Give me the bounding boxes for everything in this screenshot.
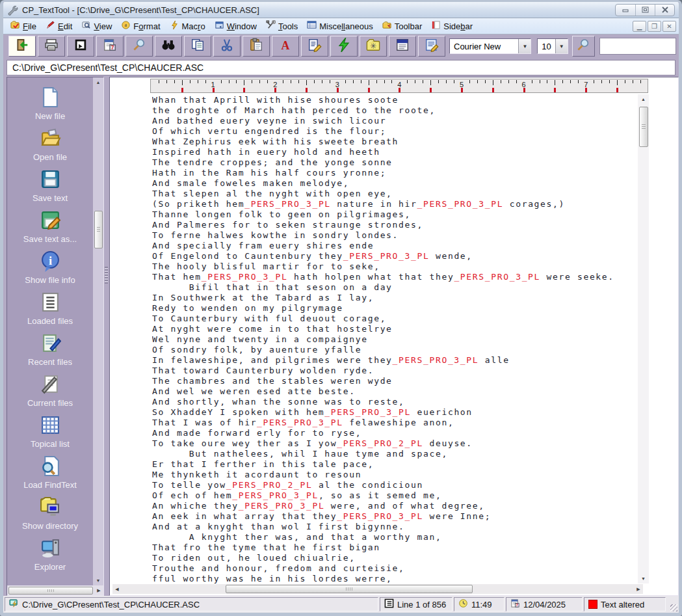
menu-tools[interactable]: Tools — [261, 19, 302, 33]
text-line: And specially fram euery shires ende — [152, 241, 639, 251]
print-button[interactable] — [38, 36, 65, 57]
text-line: The tendre croppes; and the yonge sonne — [152, 157, 639, 168]
scroll-down-icon[interactable]: ▼ — [94, 576, 103, 585]
copy-button[interactable] — [184, 36, 211, 57]
sidebar-item-show-directory[interactable]: Show directory — [7, 496, 93, 537]
svg-text:7: 7 — [111, 45, 114, 51]
menu-macro[interactable]: Macro — [165, 19, 210, 33]
search-button[interactable] — [125, 36, 153, 57]
document-text[interactable]: Whan that Aprill with hise shoures soote… — [152, 95, 639, 585]
sidebar-item-recent-files[interactable]: Recent files — [7, 332, 93, 373]
sb-saveas-icon — [40, 209, 61, 234]
editor-scroll-thumb[interactable] — [639, 107, 648, 147]
sidebar-item-new-file[interactable]: New file — [7, 87, 93, 127]
scroll-right-icon[interactable]: ▶ — [634, 584, 643, 594]
mdi-minimize-button[interactable]: ▁ — [633, 21, 646, 32]
search-input[interactable] — [599, 38, 676, 55]
menu-view-icon — [81, 20, 91, 32]
sidebar-item-current-files[interactable]: Current files — [7, 373, 93, 414]
sidebar-vertical-scrollbar[interactable]: ▲ ▼ — [93, 77, 103, 585]
sidebar-hscroll-thumb[interactable] — [8, 587, 93, 595]
text-line: And at a knyght than wol I first bigynne… — [152, 522, 639, 532]
status-line-info: Line 1 of 856 — [380, 597, 452, 611]
scroll-left-icon[interactable]: ◀ — [112, 584, 122, 594]
text-line: Inspired hath in euery hold and heeth — [152, 147, 639, 157]
find-button[interactable] — [155, 36, 182, 57]
new-window-button[interactable] — [67, 36, 94, 57]
sidebar-item-label: Save text as... — [23, 234, 77, 244]
font-size-select[interactable]: 10 ▼ — [537, 38, 568, 54]
sidebar-item-open-file[interactable]: Open file — [7, 127, 93, 168]
tab-stop-mark — [461, 88, 463, 92]
sb-save-icon — [40, 168, 61, 193]
text-editor[interactable]: 1234567 Whan that Aprill with hise shour… — [109, 77, 679, 596]
text-line: (So priketh hem_PERS_PRO_3_PL nature in … — [152, 199, 639, 209]
search-go-button[interactable] — [572, 36, 595, 57]
font-name-select[interactable]: Courier New ▼ — [449, 38, 531, 54]
sidebar-item-topical-list[interactable]: Topical list — [7, 414, 93, 455]
tb-folderstar-icon: ✳ — [366, 38, 380, 55]
tb-cut-icon — [220, 38, 234, 55]
sidebar-horizontal-scrollbar[interactable]: ▶ — [7, 585, 103, 595]
text-line: To riden out, he loued chiualrie, — [152, 553, 639, 563]
sidebar-item-label: Topical list — [31, 439, 70, 449]
sidebar-item-show-file-info[interactable]: iShow file info — [7, 250, 93, 291]
font-button[interactable]: A — [272, 36, 299, 57]
notes-button[interactable] — [418, 36, 445, 57]
scroll-down-icon[interactable]: ▼ — [639, 574, 648, 583]
tab-stop-mark — [243, 88, 245, 92]
menu-misc-icon — [307, 20, 317, 32]
exit-button[interactable] — [8, 36, 36, 57]
sb-showdir-icon — [40, 496, 61, 520]
sidebar-item-save-text[interactable]: Save text — [7, 168, 93, 209]
menu-sidebar[interactable]: Sidebar — [426, 19, 477, 33]
text-line: That I was of hir_PERS_PRO_3_PL felawesh… — [152, 418, 639, 428]
file-path-field[interactable]: C:\Drive_G\CPresent\Test_CP\CHAUCER.ASC — [7, 60, 675, 75]
tab-stop-mark — [181, 88, 183, 92]
mdi-close-button[interactable]: ✕ — [662, 21, 676, 32]
menu-label: Tools — [278, 21, 298, 31]
maximize-button[interactable] — [635, 5, 655, 16]
scroll-right-icon[interactable]: ▶ — [94, 585, 103, 595]
mdi-restore-button[interactable]: ❐ — [648, 21, 661, 32]
editor-hscroll-thumb[interactable] — [226, 585, 473, 593]
editor-horizontal-scrollbar[interactable]: ◀ ▶ — [112, 584, 643, 594]
menu-toolbar[interactable]: Toolbar — [378, 19, 427, 33]
document-button[interactable] — [389, 36, 416, 57]
edit-text-button[interactable] — [301, 36, 328, 57]
insert-date-button[interactable]: 7 — [96, 36, 124, 57]
sidebar-scroll-thumb[interactable] — [94, 211, 103, 248]
text-line: In Southwerk at the Tabard as I lay, — [152, 293, 639, 303]
close-button[interactable] — [655, 5, 674, 16]
minimize-button[interactable] — [616, 5, 635, 16]
menu-miscellaneous[interactable]: Miscellaneous — [302, 19, 377, 33]
editor-vertical-scrollbar[interactable]: ▲ ▼ — [638, 94, 649, 583]
sidebar-item-load-findtext[interactable]: Load FindText — [7, 455, 93, 496]
cut-button[interactable] — [213, 36, 241, 57]
menu-file[interactable]: File — [6, 19, 41, 33]
sidebar-splitter[interactable] — [104, 77, 109, 596]
status-time-text: 11:49 — [471, 600, 492, 609]
menu-edit[interactable]: Edit — [41, 19, 77, 33]
paste-button[interactable] — [243, 36, 270, 57]
scroll-up-icon[interactable]: ▲ — [94, 77, 103, 87]
pos-annotation: _PERS_PRO_3_PL — [244, 199, 331, 209]
sidebar-item-explorer[interactable]: Explorer — [7, 537, 93, 578]
chevron-down-icon[interactable]: ▼ — [518, 39, 531, 53]
scroll-up-icon[interactable]: ▲ — [639, 94, 648, 104]
text-line: Wel nyne and twenty in a compaignye — [152, 334, 639, 345]
chevron-down-icon[interactable]: ▼ — [555, 39, 568, 53]
macro-button[interactable] — [330, 36, 358, 57]
menu-format[interactable]: aFormat — [116, 19, 164, 33]
sidebar-item-loaded-files[interactable]: Loaded files — [7, 291, 93, 332]
menu-toolbar-icon — [382, 20, 392, 32]
menu-window[interactable]: Window — [210, 19, 261, 33]
resize-grip[interactable] — [667, 597, 677, 611]
status-date: 7 12/04/2025 — [506, 597, 583, 611]
sidebar-item-save-text-as[interactable]: Save text as... — [7, 209, 93, 250]
favorites-button[interactable]: ✳ — [360, 36, 387, 57]
menu-view[interactable]: View — [77, 19, 116, 33]
tab-stop-mark — [492, 88, 494, 92]
tab-stop-mark — [213, 88, 215, 92]
tb-magnifier-icon — [132, 38, 146, 55]
